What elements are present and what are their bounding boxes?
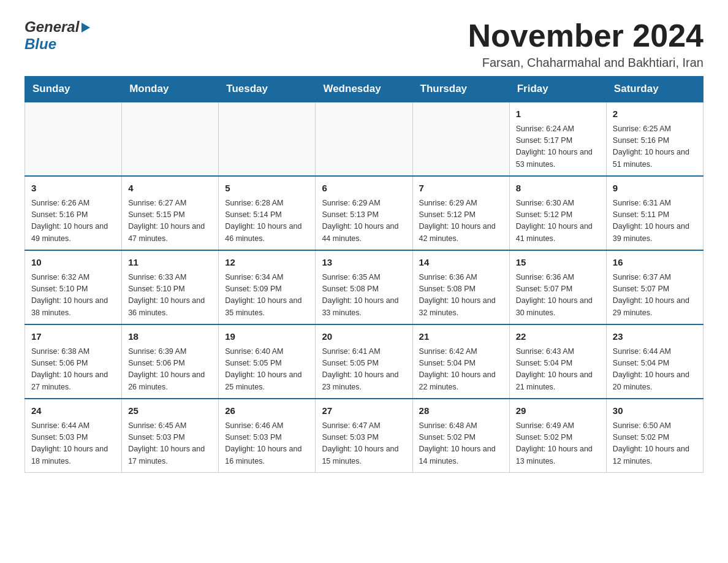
- day-number: 18: [128, 330, 212, 344]
- day-info: Sunrise: 6:28 AM Sunset: 5:14 PM Dayligh…: [225, 197, 309, 245]
- day-info: Sunrise: 6:45 AM Sunset: 5:03 PM Dayligh…: [128, 420, 212, 468]
- calendar-cell: 22Sunrise: 6:43 AM Sunset: 5:04 PM Dayli…: [509, 324, 606, 399]
- calendar-cell: 2Sunrise: 6:25 AM Sunset: 5:16 PM Daylig…: [606, 102, 703, 176]
- logo-arrow-icon: [82, 23, 90, 33]
- day-number: 24: [31, 404, 115, 418]
- calendar-table: SundayMondayTuesdayWednesdayThursdayFrid…: [25, 76, 703, 473]
- title-area: November 2024 Farsan, Chaharmahal and Ba…: [468, 18, 703, 70]
- day-info: Sunrise: 6:34 AM Sunset: 5:09 PM Dayligh…: [225, 272, 309, 320]
- day-header-friday: Friday: [509, 77, 606, 102]
- calendar-cell: 17Sunrise: 6:38 AM Sunset: 5:06 PM Dayli…: [25, 324, 122, 399]
- day-info: Sunrise: 6:43 AM Sunset: 5:04 PM Dayligh…: [516, 346, 600, 394]
- calendar-cell: 4Sunrise: 6:27 AM Sunset: 5:15 PM Daylig…: [122, 176, 219, 250]
- day-number: 28: [419, 404, 503, 418]
- calendar-cell: 19Sunrise: 6:40 AM Sunset: 5:05 PM Dayli…: [219, 324, 316, 399]
- day-number: 20: [322, 330, 406, 344]
- day-info: Sunrise: 6:33 AM Sunset: 5:10 PM Dayligh…: [128, 272, 212, 320]
- day-number: 4: [128, 182, 212, 196]
- day-info: Sunrise: 6:49 AM Sunset: 5:02 PM Dayligh…: [516, 420, 600, 468]
- calendar-cell: 23Sunrise: 6:44 AM Sunset: 5:04 PM Dayli…: [606, 324, 703, 399]
- calendar-cell: 10Sunrise: 6:32 AM Sunset: 5:10 PM Dayli…: [25, 250, 122, 324]
- day-number: 5: [225, 182, 309, 196]
- day-number: 6: [322, 182, 406, 196]
- day-header-saturday: Saturday: [606, 77, 703, 102]
- day-info: Sunrise: 6:42 AM Sunset: 5:04 PM Dayligh…: [419, 346, 503, 394]
- calendar-week-row: 17Sunrise: 6:38 AM Sunset: 5:06 PM Dayli…: [25, 324, 703, 399]
- calendar-cell: 16Sunrise: 6:37 AM Sunset: 5:07 PM Dayli…: [606, 250, 703, 324]
- calendar-cell: 15Sunrise: 6:36 AM Sunset: 5:07 PM Dayli…: [509, 250, 606, 324]
- month-title: November 2024: [468, 18, 703, 53]
- day-info: Sunrise: 6:31 AM Sunset: 5:11 PM Dayligh…: [613, 197, 697, 245]
- calendar-cell: 25Sunrise: 6:45 AM Sunset: 5:03 PM Dayli…: [122, 399, 219, 473]
- day-number: 17: [31, 330, 115, 344]
- calendar-week-row: 1Sunrise: 6:24 AM Sunset: 5:17 PM Daylig…: [25, 102, 703, 176]
- day-info: Sunrise: 6:46 AM Sunset: 5:03 PM Dayligh…: [225, 420, 309, 468]
- day-header-tuesday: Tuesday: [219, 77, 316, 102]
- day-header-monday: Monday: [122, 77, 219, 102]
- day-number: 19: [225, 330, 309, 344]
- calendar-cell: 29Sunrise: 6:49 AM Sunset: 5:02 PM Dayli…: [509, 399, 606, 473]
- calendar-cell: 26Sunrise: 6:46 AM Sunset: 5:03 PM Dayli…: [219, 399, 316, 473]
- day-number: 3: [31, 182, 115, 196]
- day-number: 16: [613, 256, 697, 270]
- day-number: 15: [516, 256, 600, 270]
- day-info: Sunrise: 6:39 AM Sunset: 5:06 PM Dayligh…: [128, 346, 212, 394]
- day-number: 23: [613, 330, 697, 344]
- day-number: 30: [613, 404, 697, 418]
- calendar-cell: [412, 102, 509, 176]
- day-info: Sunrise: 6:29 AM Sunset: 5:13 PM Dayligh…: [322, 197, 406, 245]
- calendar-cell: [316, 102, 412, 176]
- calendar-cell: 5Sunrise: 6:28 AM Sunset: 5:14 PM Daylig…: [219, 176, 316, 250]
- day-info: Sunrise: 6:32 AM Sunset: 5:10 PM Dayligh…: [31, 272, 115, 320]
- day-info: Sunrise: 6:27 AM Sunset: 5:15 PM Dayligh…: [128, 197, 212, 245]
- day-info: Sunrise: 6:47 AM Sunset: 5:03 PM Dayligh…: [322, 420, 406, 468]
- calendar-week-row: 24Sunrise: 6:44 AM Sunset: 5:03 PM Dayli…: [25, 399, 703, 473]
- calendar-cell: 21Sunrise: 6:42 AM Sunset: 5:04 PM Dayli…: [412, 324, 509, 399]
- day-number: 29: [516, 404, 600, 418]
- calendar-cell: 1Sunrise: 6:24 AM Sunset: 5:17 PM Daylig…: [509, 102, 606, 176]
- calendar-cell: 28Sunrise: 6:48 AM Sunset: 5:02 PM Dayli…: [412, 399, 509, 473]
- calendar-cell: 24Sunrise: 6:44 AM Sunset: 5:03 PM Dayli…: [25, 399, 122, 473]
- calendar-header-row: SundayMondayTuesdayWednesdayThursdayFrid…: [25, 77, 703, 102]
- day-number: 2: [613, 107, 697, 121]
- day-info: Sunrise: 6:36 AM Sunset: 5:07 PM Dayligh…: [516, 272, 600, 320]
- day-info: Sunrise: 6:26 AM Sunset: 5:16 PM Dayligh…: [31, 197, 115, 245]
- day-info: Sunrise: 6:44 AM Sunset: 5:03 PM Dayligh…: [31, 420, 115, 468]
- calendar-cell: 27Sunrise: 6:47 AM Sunset: 5:03 PM Dayli…: [316, 399, 412, 473]
- day-info: Sunrise: 6:50 AM Sunset: 5:02 PM Dayligh…: [613, 420, 697, 468]
- calendar-cell: 8Sunrise: 6:30 AM Sunset: 5:12 PM Daylig…: [509, 176, 606, 250]
- day-info: Sunrise: 6:36 AM Sunset: 5:08 PM Dayligh…: [419, 272, 503, 320]
- day-header-wednesday: Wednesday: [316, 77, 412, 102]
- calendar-cell: [219, 102, 316, 176]
- day-info: Sunrise: 6:25 AM Sunset: 5:16 PM Dayligh…: [613, 123, 697, 171]
- day-number: 21: [419, 330, 503, 344]
- calendar-cell: 14Sunrise: 6:36 AM Sunset: 5:08 PM Dayli…: [412, 250, 509, 324]
- day-header-sunday: Sunday: [25, 77, 122, 102]
- logo: General Blue: [25, 18, 90, 53]
- location-subtitle: Farsan, Chaharmahal and Bakhtiari, Iran: [468, 56, 703, 70]
- day-number: 1: [516, 107, 600, 121]
- day-info: Sunrise: 6:35 AM Sunset: 5:08 PM Dayligh…: [322, 272, 406, 320]
- logo-general-text: General: [25, 18, 79, 36]
- day-info: Sunrise: 6:48 AM Sunset: 5:02 PM Dayligh…: [419, 420, 503, 468]
- calendar-cell: 20Sunrise: 6:41 AM Sunset: 5:05 PM Dayli…: [316, 324, 412, 399]
- day-info: Sunrise: 6:40 AM Sunset: 5:05 PM Dayligh…: [225, 346, 309, 394]
- day-number: 25: [128, 404, 212, 418]
- day-number: 9: [613, 182, 697, 196]
- day-number: 14: [419, 256, 503, 270]
- calendar-cell: [25, 102, 122, 176]
- day-number: 11: [128, 256, 212, 270]
- calendar-cell: 6Sunrise: 6:29 AM Sunset: 5:13 PM Daylig…: [316, 176, 412, 250]
- day-number: 12: [225, 256, 309, 270]
- calendar-cell: 7Sunrise: 6:29 AM Sunset: 5:12 PM Daylig…: [412, 176, 509, 250]
- calendar-cell: 18Sunrise: 6:39 AM Sunset: 5:06 PM Dayli…: [122, 324, 219, 399]
- day-info: Sunrise: 6:24 AM Sunset: 5:17 PM Dayligh…: [516, 123, 600, 171]
- day-info: Sunrise: 6:37 AM Sunset: 5:07 PM Dayligh…: [613, 272, 697, 320]
- day-header-thursday: Thursday: [412, 77, 509, 102]
- calendar-cell: 3Sunrise: 6:26 AM Sunset: 5:16 PM Daylig…: [25, 176, 122, 250]
- day-info: Sunrise: 6:29 AM Sunset: 5:12 PM Dayligh…: [419, 197, 503, 245]
- calendar-week-row: 3Sunrise: 6:26 AM Sunset: 5:16 PM Daylig…: [25, 176, 703, 250]
- calendar-cell: 30Sunrise: 6:50 AM Sunset: 5:02 PM Dayli…: [606, 399, 703, 473]
- day-info: Sunrise: 6:44 AM Sunset: 5:04 PM Dayligh…: [613, 346, 697, 394]
- calendar-cell: 9Sunrise: 6:31 AM Sunset: 5:11 PM Daylig…: [606, 176, 703, 250]
